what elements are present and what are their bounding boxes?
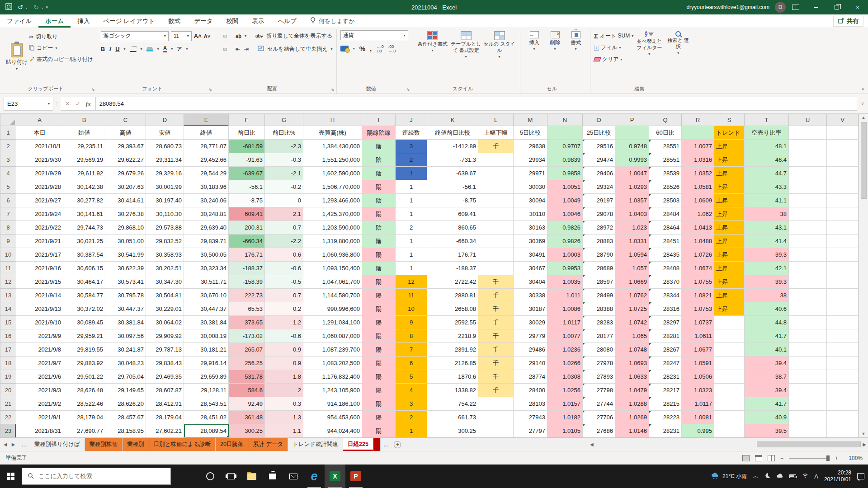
- cell-R17[interactable]: 1.0677: [682, 343, 714, 357]
- cell-K13[interactable]: 2880.81: [427, 289, 478, 302]
- row-header-7[interactable]: 7: [0, 207, 16, 221]
- cell-G9[interactable]: -2.2: [265, 235, 303, 248]
- cell-K8[interactable]: -860.65: [427, 221, 478, 235]
- cell-S15[interactable]: [714, 316, 745, 329]
- cell-J19[interactable]: 5: [396, 370, 427, 384]
- cell-J10[interactable]: 1: [396, 248, 427, 262]
- save-icon[interactable]: [5, 3, 12, 11]
- cell-T12[interactable]: 39.3: [745, 275, 789, 289]
- cell-G15[interactable]: 1.2: [265, 316, 303, 329]
- sheet-tab-日経225[interactable]: 日経225: [343, 438, 373, 451]
- column-header-L[interactable]: L: [478, 114, 514, 126]
- cell-Q10[interactable]: 28435: [649, 248, 682, 262]
- cell-F2[interactable]: -681.59: [229, 140, 265, 153]
- fill-button[interactable]: ↓フィル▾: [594, 42, 634, 53]
- cell-S22[interactable]: [714, 411, 745, 424]
- cell-N15[interactable]: 1.0117: [547, 316, 583, 329]
- cell-Q8[interactable]: 28464: [649, 221, 682, 235]
- cell-L15[interactable]: 千: [478, 316, 514, 329]
- cell-P13[interactable]: 1.0762: [615, 289, 649, 302]
- cell-O14[interactable]: 28388: [583, 302, 615, 316]
- cell-P8[interactable]: 1.023: [615, 221, 649, 235]
- vertical-scrollbar[interactable]: ▲ ▼: [859, 114, 868, 437]
- zoom-slider[interactable]: [789, 458, 830, 459]
- cell-J17[interactable]: 7: [396, 343, 427, 357]
- ime-mode[interactable]: A: [814, 473, 818, 480]
- sheet-tab-業種別株価[interactable]: 業種別株価: [85, 438, 123, 451]
- cell-N14[interactable]: 1.0086: [547, 302, 583, 316]
- cell-K5[interactable]: -56.1: [427, 180, 478, 194]
- sheet-overflow-right[interactable]: …: [381, 438, 392, 451]
- cell-B11[interactable]: 30,606.15: [63, 262, 105, 275]
- cell-I7[interactable]: 陽: [362, 207, 396, 221]
- normal-view-icon[interactable]: [742, 455, 750, 461]
- align-right-icon[interactable]: [230, 48, 232, 50]
- cell-I13[interactable]: 陽: [362, 289, 396, 302]
- cell-F23[interactable]: 300.25: [229, 424, 265, 438]
- cell-C4[interactable]: 29,679.26: [105, 167, 146, 180]
- accounting-format-icon[interactable]: [340, 46, 349, 52]
- cell-P19[interactable]: 1.0633: [615, 370, 649, 384]
- column-header-N[interactable]: N: [547, 114, 583, 126]
- cell-N12[interactable]: 1.0035: [547, 275, 583, 289]
- column-header-R[interactable]: R: [682, 114, 714, 126]
- cell-E9[interactable]: 29,839.71: [184, 235, 229, 248]
- cell-R13[interactable]: 1.0821: [682, 289, 714, 302]
- cell-J20[interactable]: 4: [396, 384, 427, 397]
- cell-O11[interactable]: 28689: [583, 262, 615, 275]
- insert-cells-button[interactable]: 挿入▾: [524, 30, 545, 84]
- store-button[interactable]: [262, 465, 283, 488]
- row-header-20[interactable]: 20: [0, 384, 16, 397]
- cell-F21[interactable]: 92.49: [229, 397, 265, 411]
- merge-center-button[interactable]: セルを結合して中央揃え: [267, 45, 328, 53]
- cell-Q13[interactable]: 28344: [649, 289, 682, 302]
- cell-H17[interactable]: 1,087,239,700: [303, 343, 362, 357]
- cell-H10[interactable]: 1,060,936,800: [303, 248, 362, 262]
- cell-F11[interactable]: -188.37: [229, 262, 265, 275]
- cell-I16[interactable]: 陽: [362, 329, 396, 343]
- cell-A20[interactable]: 2021/9/3: [16, 384, 63, 397]
- cell-A11[interactable]: 2021/9/16: [16, 262, 63, 275]
- cell-J13[interactable]: 11: [396, 289, 427, 302]
- cell-Q11[interactable]: 28408: [649, 262, 682, 275]
- ribbon-tab-表示[interactable]: 表示: [245, 14, 271, 28]
- cell-G1[interactable]: 前日比%: [265, 126, 303, 140]
- cell-F9[interactable]: -660.34: [229, 235, 265, 248]
- cell-N13[interactable]: 1.011: [547, 289, 583, 302]
- cell-H8[interactable]: 1,203,590,000: [303, 221, 362, 235]
- cell-H3[interactable]: 1,551,250,000: [303, 153, 362, 167]
- cell-F19[interactable]: 531.78: [229, 370, 265, 384]
- cell-R8[interactable]: 1.0413: [682, 221, 714, 235]
- cell-S11[interactable]: 上昇: [714, 262, 745, 275]
- cell-G3[interactable]: -0.3: [265, 153, 303, 167]
- ribbon-tab-校閲[interactable]: 校閲: [220, 14, 245, 28]
- cell-B19[interactable]: 29,501.22: [63, 370, 105, 384]
- column-header-P[interactable]: P: [615, 114, 649, 126]
- cell-K7[interactable]: 609.41: [427, 207, 478, 221]
- cell-R5[interactable]: 1.0581: [682, 180, 714, 194]
- cell-H9[interactable]: 1,319,880,000: [303, 235, 362, 248]
- cell-N18[interactable]: 1.0266: [547, 357, 583, 370]
- tell-me-box[interactable]: 何をしますか: [303, 14, 361, 28]
- cell-Q21[interactable]: 28215: [649, 397, 682, 411]
- cell-P10[interactable]: 1.0594: [615, 248, 649, 262]
- cell-D7[interactable]: 30,110.30: [146, 207, 184, 221]
- cell-D20[interactable]: 28,607.87: [146, 384, 184, 397]
- cell-C3[interactable]: 29,622.27: [105, 153, 146, 167]
- cell-C19[interactable]: 29,705.04: [105, 370, 146, 384]
- cell-J12[interactable]: 12: [396, 275, 427, 289]
- cell-S17[interactable]: [714, 343, 745, 357]
- cell-V19[interactable]: [827, 370, 859, 384]
- cell-B15[interactable]: 30,089.45: [63, 316, 105, 329]
- cell-Q16[interactable]: 28281: [649, 329, 682, 343]
- cell-J15[interactable]: 9: [396, 316, 427, 329]
- cell-T15[interactable]: 44.8: [745, 316, 789, 329]
- cell-O15[interactable]: 28283: [583, 316, 615, 329]
- cell-H20[interactable]: 1,243,105,900: [303, 384, 362, 397]
- cell-V6[interactable]: [827, 194, 859, 207]
- start-button[interactable]: [0, 465, 22, 488]
- cell-I3[interactable]: 陰: [362, 153, 396, 167]
- cell-U2[interactable]: [789, 140, 827, 153]
- cell-M11[interactable]: 30467: [514, 262, 547, 275]
- cell-D21[interactable]: 28,412.91: [146, 397, 184, 411]
